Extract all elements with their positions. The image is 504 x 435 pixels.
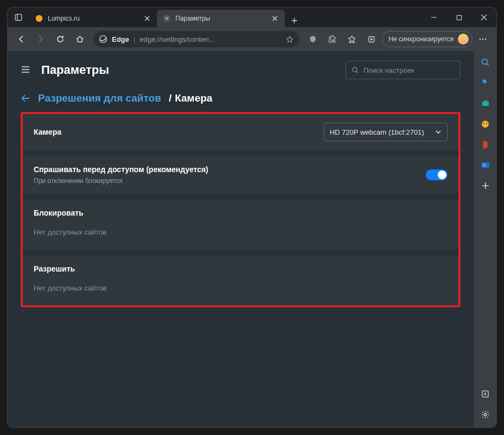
svg-point-18 [482, 121, 489, 128]
ask-toggle[interactable] [426, 169, 448, 180]
allow-empty: Нет доступных сайтов [23, 276, 458, 305]
svg-point-20 [486, 123, 487, 124]
tab-settings[interactable]: Параметры [157, 10, 285, 27]
search-icon [351, 66, 359, 74]
breadcrumb-current: Камера [175, 92, 212, 104]
svg-point-24 [484, 413, 486, 415]
sidebar-tools-icon[interactable] [478, 96, 493, 111]
refresh-button[interactable] [51, 30, 70, 48]
sidebar-office-icon[interactable] [478, 137, 493, 152]
titlebar: Lumpics.ru Параметры [8, 8, 496, 27]
address-separator: | [134, 35, 135, 43]
address-brand: Edge [112, 35, 129, 43]
search-placeholder: Поиск настроек [363, 66, 414, 74]
sidebar-expand-icon[interactable] [478, 386, 493, 401]
back-button[interactable] [12, 30, 30, 48]
highlight-box: Камера HD 720P webcam (1bcf:2701) Спраши… [21, 112, 461, 307]
address-bar[interactable]: Edge | edge://settings/conten… [93, 31, 299, 47]
ask-label: Спрашивать перед доступом (рекомендуется… [34, 165, 426, 174]
block-empty: Нет доступных сайтов [23, 220, 458, 249]
svg-point-11 [485, 39, 487, 40]
body-row: Параметры Поиск настроек Разрешения для … [8, 51, 496, 427]
favorite-icon[interactable] [286, 35, 294, 43]
settings-header: Параметры Поиск настроек [8, 51, 474, 92]
profile-button[interactable]: Не синхронизируется [382, 31, 472, 47]
toolbar: Edge | edge://settings/conten… Не синхро… [8, 27, 496, 51]
svg-point-9 [480, 39, 481, 40]
svg-line-15 [487, 64, 489, 66]
home-button[interactable] [71, 30, 89, 48]
forward-button[interactable] [32, 30, 50, 48]
close-icon[interactable] [143, 14, 152, 23]
ask-before-access-row: Спрашивать перед доступом (рекомендуется… [23, 156, 458, 193]
sidebar-shopping-icon[interactable] [478, 75, 493, 90]
svg-point-10 [482, 39, 484, 40]
avatar [458, 34, 469, 45]
maximize-button[interactable] [446, 8, 471, 27]
breadcrumb: Разрешения для сайтов / Камера [8, 92, 474, 112]
hamburger-button[interactable] [21, 65, 32, 75]
favicon-lumpics [35, 14, 43, 23]
edge-icon [99, 35, 108, 43]
settings-page: Параметры Поиск настроек Разрешения для … [8, 51, 474, 427]
breadcrumb-sep: / [169, 92, 172, 104]
collections-button[interactable] [362, 30, 381, 48]
close-window-button[interactable] [471, 8, 496, 27]
block-heading: Блокировать [23, 200, 458, 220]
breadcrumb-link[interactable]: Разрешения для сайтов [38, 92, 161, 104]
gear-icon [162, 14, 171, 23]
svg-line-13 [356, 71, 358, 73]
camera-select-row: Камера HD 720P webcam (1bcf:2701) [23, 114, 458, 150]
vertical-tabs-icon [15, 14, 22, 21]
svg-point-19 [483, 123, 484, 124]
allow-heading: Разрешить [23, 256, 458, 276]
svg-rect-22 [482, 163, 486, 167]
address-url: edge://settings/conten… [140, 35, 281, 43]
divider [23, 249, 458, 256]
svg-rect-17 [484, 100, 487, 102]
sidebar-games-icon[interactable] [478, 116, 493, 131]
sidebar-search-icon[interactable] [478, 54, 493, 70]
camera-dropdown[interactable]: HD 720P webcam (1bcf:2701) [324, 123, 448, 141]
divider [23, 150, 458, 156]
menu-button[interactable] [474, 30, 492, 48]
window-controls [421, 8, 496, 27]
svg-point-6 [100, 36, 107, 43]
camera-select-section: Камера HD 720P webcam (1bcf:2701) [23, 114, 458, 150]
close-icon[interactable] [270, 14, 279, 23]
svg-point-14 [482, 59, 488, 64]
tab-actions-button[interactable] [8, 8, 29, 27]
settings-search[interactable]: Поиск настроек [345, 61, 461, 79]
browser-window: Lumpics.ru Параметры [8, 8, 496, 427]
minimize-button[interactable] [421, 8, 446, 27]
shield-icon[interactable] [304, 30, 322, 48]
tab-title: Lumpics.ru [48, 15, 140, 22]
new-tab-button[interactable] [287, 13, 302, 28]
sidebar-add-icon[interactable] [478, 178, 493, 193]
tab-title: Параметры [175, 15, 267, 22]
ask-sub: При отключении блокируется [34, 177, 426, 185]
page-title: Параметры [41, 63, 109, 77]
svg-rect-23 [482, 390, 488, 396]
svg-point-2 [36, 15, 42, 22]
tab-lumpics[interactable]: Lumpics.ru [29, 10, 157, 27]
svg-point-12 [352, 67, 357, 72]
camera-label: Камера [34, 128, 324, 136]
extensions-button[interactable] [323, 30, 342, 48]
svg-rect-0 [15, 14, 21, 20]
right-sidebar [474, 51, 496, 427]
svg-rect-16 [482, 102, 489, 106]
svg-rect-5 [457, 15, 461, 20]
svg-point-3 [166, 17, 168, 20]
camera-selected: HD 720P webcam (1bcf:2701) [330, 128, 424, 136]
favorites-button[interactable] [343, 30, 361, 48]
sidebar-settings-icon[interactable] [478, 407, 493, 422]
ask-before-access-section: Спрашивать перед доступом (рекомендуется… [23, 156, 458, 193]
breadcrumb-back[interactable] [21, 93, 30, 103]
divider [23, 193, 458, 200]
tab-strip: Lumpics.ru Параметры [29, 8, 421, 27]
sidebar-outlook-icon[interactable] [478, 157, 493, 173]
chevron-down-icon [435, 129, 442, 135]
profile-label: Не синхронизируется [389, 35, 453, 43]
